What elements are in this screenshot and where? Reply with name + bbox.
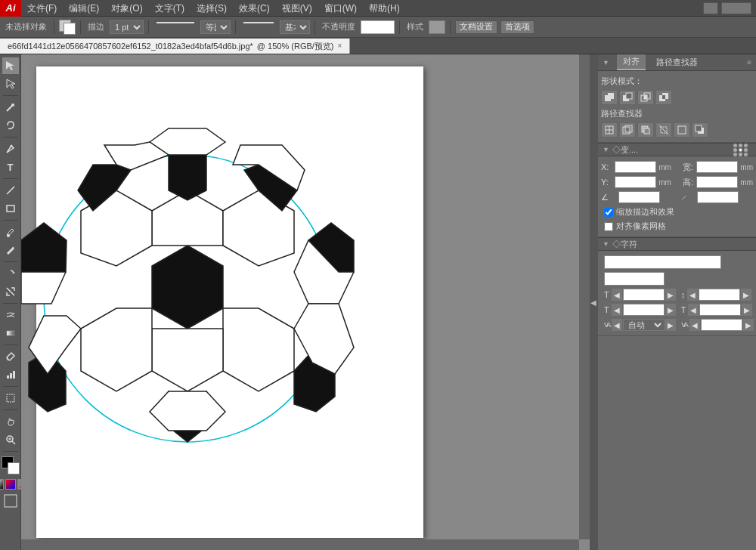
scale-btn[interactable]	[2, 283, 19, 300]
menu-file[interactable]: 文件(F)	[21, 0, 63, 17]
tracking-inc-btn[interactable]: ▶	[743, 319, 754, 331]
transform-label: ◇变....	[612, 144, 638, 156]
menu-help[interactable]: 帮助(H)	[363, 0, 406, 17]
menu-edit[interactable]: 编辑(E)	[63, 0, 105, 17]
tab-filename: e66fd1441d12e0566470857602ef6152_t0182a3…	[8, 39, 253, 54]
lasso-btn[interactable]	[2, 117, 19, 134]
selection-tool-btn[interactable]	[2, 57, 19, 74]
tracking-input[interactable]: 0	[701, 319, 742, 331]
x-input[interactable]: 0 mm	[615, 161, 656, 173]
kerning-inc-btn[interactable]: ▶	[665, 319, 676, 331]
proportion-select[interactable]: 等比	[200, 20, 231, 34]
scale-v-dec-btn[interactable]: ◀	[688, 304, 699, 316]
gradient-icon[interactable]	[5, 479, 16, 490]
shape-modes-row: 形状模式：	[601, 74, 753, 88]
svg-rect-12	[10, 373, 12, 379]
leading-inc-btn[interactable]: ▶	[741, 289, 751, 301]
scale-v-inc-btn[interactable]: ▶	[742, 304, 752, 316]
scale-stroke-checkbox[interactable]	[604, 208, 613, 217]
line-btn[interactable]	[2, 182, 19, 199]
menu-view[interactable]: 视图(V)	[276, 0, 318, 17]
opacity-input[interactable]: 100%	[361, 20, 395, 34]
svg-marker-25	[152, 329, 223, 391]
hand-btn[interactable]	[2, 413, 19, 430]
w-input[interactable]: 0 mm	[696, 161, 738, 173]
base-style[interactable]	[243, 22, 274, 32]
none-icon[interactable]	[0, 479, 4, 490]
panel-menu-icon[interactable]: ≡	[747, 58, 751, 66]
vertical-scrollbar[interactable]	[579, 54, 590, 539]
outline-btn[interactable]	[674, 122, 690, 138]
brush-btn[interactable]	[2, 224, 19, 240]
tool-sep-1	[3, 95, 18, 96]
menu-effect[interactable]: 效果(C)	[233, 0, 276, 17]
merge-btn[interactable]	[637, 122, 654, 138]
horizontal-scrollbar[interactable]	[21, 539, 579, 550]
font-size-inc-btn[interactable]: ▶	[665, 289, 676, 301]
intersect-btn[interactable]	[637, 90, 654, 105]
font-name-input[interactable]: Adobe 宋体 Std L	[604, 255, 721, 269]
rotate-btn[interactable]	[2, 265, 19, 282]
artboard-btn[interactable]	[2, 390, 19, 406]
angle-input[interactable]: 0°	[618, 191, 660, 203]
kerning-select[interactable]: 自动	[623, 319, 665, 331]
leading-dec-btn[interactable]: ◀	[687, 289, 698, 301]
panel-collapse-handle[interactable]: ◀	[590, 54, 597, 550]
doc-settings-btn[interactable]: 文档设置	[455, 20, 497, 34]
scale-h-dec-btn[interactable]: ◀	[612, 304, 622, 316]
stroke-select[interactable]: 1 pt	[110, 20, 144, 34]
file-tab[interactable]: e66fd1441d12e0566470857602ef6152_t0182a3…	[0, 39, 350, 54]
pencil-btn[interactable]	[2, 242, 19, 258]
unite-btn[interactable]	[601, 90, 618, 105]
font-size-dec-btn[interactable]: ◀	[612, 289, 622, 301]
screen-view-btn[interactable]	[2, 493, 19, 509]
style-swatch[interactable]	[429, 20, 445, 34]
shear-input[interactable]: 0°	[697, 191, 739, 203]
scale-v-input[interactable]: 100%	[699, 304, 741, 316]
minus-back-btn[interactable]	[692, 122, 708, 138]
leading-input[interactable]: (14.4	[699, 289, 740, 301]
pathfinder-tab[interactable]: 路径查找器	[650, 55, 704, 70]
tab-close-btn[interactable]: ×	[338, 39, 342, 54]
fill-color[interactable]	[59, 20, 76, 35]
pen-btn[interactable]	[2, 141, 19, 157]
eyedropper-btn[interactable]	[2, 348, 19, 365]
y-input[interactable]: 0 mm	[615, 176, 656, 188]
trim-btn[interactable]	[619, 122, 636, 138]
h-input[interactable]: 0 mm	[696, 176, 738, 188]
menu-window[interactable]: 窗口(W)	[318, 0, 363, 17]
direct-selection-btn[interactable]	[2, 76, 19, 92]
crop-btn[interactable]	[655, 122, 672, 138]
divide-btn[interactable]	[601, 122, 618, 138]
menu-select[interactable]: 选择(S)	[191, 0, 233, 17]
gradient-btn[interactable]	[2, 325, 19, 341]
minus-front-btn[interactable]	[619, 90, 636, 105]
scale-v-control: ◀ 100% ▶	[688, 304, 752, 316]
color-swatches[interactable]	[2, 456, 20, 474]
svg-marker-43	[21, 223, 67, 272]
font-size-input[interactable]: 12 pt	[623, 289, 665, 301]
anchor-grid[interactable]	[733, 144, 748, 156]
scale-h-input[interactable]: 100%	[623, 304, 665, 316]
chart-btn[interactable]	[2, 366, 19, 383]
scale-h-inc-btn[interactable]: ▶	[665, 304, 676, 316]
svg-point-2	[10, 145, 12, 147]
rect-btn[interactable]	[2, 200, 19, 217]
preferences-btn[interactable]: 首选项	[500, 20, 534, 34]
base-select[interactable]: 基本	[280, 20, 310, 34]
workspace-icon[interactable]	[721, 2, 751, 14]
menu-type[interactable]: 文字(T)	[149, 0, 191, 17]
menu-object[interactable]: 对象(O)	[105, 0, 148, 17]
align-pixel-checkbox[interactable]	[604, 222, 613, 231]
kerning-dec-btn[interactable]: ◀	[612, 319, 622, 331]
exclude-btn[interactable]	[655, 90, 672, 105]
zoom-btn[interactable]	[2, 431, 19, 448]
align-tab[interactable]: 对齐	[617, 54, 646, 70]
text-btn[interactable]: T	[2, 159, 19, 175]
line-style[interactable]	[156, 22, 194, 32]
font-style-input[interactable]: -	[604, 272, 665, 286]
tracking-dec-btn[interactable]: ◀	[689, 319, 700, 331]
screen-mode-icon[interactable]	[703, 2, 718, 14]
magic-wand-btn[interactable]	[2, 99, 19, 116]
warp-btn[interactable]	[2, 307, 19, 323]
